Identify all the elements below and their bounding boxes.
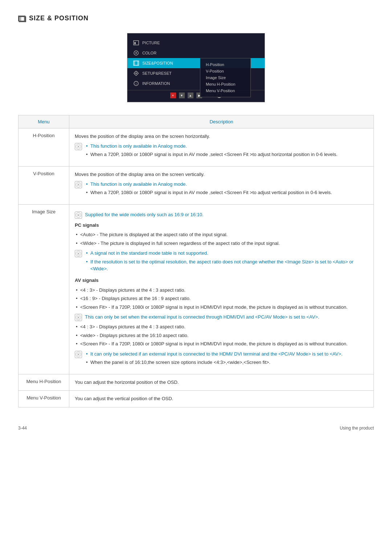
table-row-v-position: V-Position Moves the position of the dis… xyxy=(19,166,374,204)
pc-signals-label: PC signals xyxy=(75,222,368,229)
osd-menu-picture: PICTURE xyxy=(127,38,265,48)
note-icon-6 xyxy=(75,351,82,358)
note2-b1: A signal not in the standard mode table … xyxy=(85,250,368,257)
note-icon-4 xyxy=(75,250,82,257)
av-signals-list2: <4 : 3> - Displays pictures at the 4 : 3… xyxy=(75,323,368,348)
osd-color-icon xyxy=(133,50,139,56)
h-pos-intro: Moves the position of the display area o… xyxy=(75,133,368,140)
menu-cell-menu-v: Menu V-Position xyxy=(19,391,69,407)
osd-menu-color: COLOR xyxy=(127,48,265,58)
menu-cell-h-position: H-Position xyxy=(19,128,69,167)
osd-color-label: COLOR xyxy=(142,51,179,55)
osd-picture-icon xyxy=(133,40,139,46)
h-pos-note-row: This function is only available in Analo… xyxy=(75,143,368,160)
av2-bullet-2: <wide> - Displays pictures at the 16:10 … xyxy=(75,332,368,339)
page-header: SIZE & POSITION xyxy=(18,15,374,22)
osd-size-label: SIZE&POSITION xyxy=(142,61,179,65)
table-row-menu-h: Menu H-Position You can adjust the horiz… xyxy=(19,374,374,391)
menu-cell-image-size: Image Size xyxy=(19,204,69,374)
pc-bullet-2: <Wide> - The picture is displayed in ful… xyxy=(75,240,368,247)
page-title: SIZE & POSITION xyxy=(29,15,89,22)
osd-sub-image-size: Image Size xyxy=(206,74,245,81)
pc-signals-list: <Auto> - The picture is displayed at the… xyxy=(75,231,368,247)
desc-cell-v-position: Moves the position of the display area o… xyxy=(69,166,374,204)
osd-setup-label: SETUP&RESET xyxy=(142,71,179,75)
svg-rect-4 xyxy=(134,42,136,44)
image-size-note1: Supplied for the wide models only such a… xyxy=(85,211,204,219)
h-pos-analog: This function is only available in Analo… xyxy=(85,143,338,150)
image-size-note2-row: A signal not in the standard mode table … xyxy=(75,250,368,274)
svg-point-6 xyxy=(135,52,137,54)
table-row-h-position: H-Position Moves the position of the dis… xyxy=(19,128,374,167)
osd-info-label: INFORMATION xyxy=(142,81,179,86)
note4-b1: It can only be selected if an external i… xyxy=(85,350,343,358)
image-size-note4-row: It can only be selected if an external i… xyxy=(75,350,368,368)
table-row-menu-v: Menu V-Position You can adjust the verti… xyxy=(19,391,374,407)
svg-rect-0 xyxy=(19,17,26,22)
pc-bullet-1: <Auto> - The picture is displayed at the… xyxy=(75,231,368,238)
desc-cell-menu-h: You can adjust the horizontal position o… xyxy=(69,374,374,391)
col-menu: Menu xyxy=(19,115,69,128)
note-icon-3 xyxy=(75,212,82,219)
osd-setup-icon xyxy=(133,70,139,77)
osd-menu-size-position: SIZE&POSITION H-Position V-Position Imag… xyxy=(127,58,265,68)
v-pos-analog: This function is only available in Analo… xyxy=(85,181,332,188)
note4-b2: When the panel is of 16:10,the screen si… xyxy=(85,359,343,366)
h-pos-bullets: This function is only available in Analo… xyxy=(85,143,338,160)
footer-section: Using the product xyxy=(340,426,374,431)
note2-list: A signal not in the standard mode table … xyxy=(85,250,368,274)
av-bullet-1: <4 : 3> - Displays pictures at the 4 : 3… xyxy=(75,287,368,294)
av2-bullet-3: <Screen Fit> - If a 720P, 1080i or 1080P… xyxy=(75,340,368,348)
osd-sub-v-position: V-Position xyxy=(206,68,245,74)
av-signals-list: <4 : 3> - Displays pictures at the 4 : 3… xyxy=(75,287,368,311)
v-pos-av-note: When a 720P, 1080i or 1080P signal is in… xyxy=(85,189,332,196)
av-bullet-2: <16 : 9> - Displays pictures at the 16 :… xyxy=(75,295,368,302)
av-signals-label: AV signals xyxy=(75,277,368,284)
osd-btn-enter: ▲ xyxy=(188,93,193,98)
av-bullet-3: <Screen Fit> - If a 720P, 1080i or 1080P… xyxy=(75,304,368,311)
note-icon-2 xyxy=(75,181,82,188)
osd-btn-down: ▼ xyxy=(179,93,185,98)
osd-submenu: H-Position V-Position Image Size Menu H-… xyxy=(200,58,251,97)
note-icon-5 xyxy=(75,314,82,321)
svg-point-11 xyxy=(135,73,137,74)
v-pos-bullets: This function is only available in Analo… xyxy=(85,181,332,198)
v-pos-intro: Moves the position of the display area o… xyxy=(75,171,368,178)
osd-info-icon: i xyxy=(133,80,139,87)
desc-cell-menu-v: You can adjust the vertical position of … xyxy=(69,391,374,407)
main-table: Menu Description H-Position Moves the po… xyxy=(18,115,374,407)
image-size-note3: This can only be set when the external i… xyxy=(85,313,319,321)
footer: 3-44 Using the product xyxy=(18,422,374,431)
menu-cell-v-position: V-Position xyxy=(19,166,69,204)
v-pos-note-row: This function is only available in Analo… xyxy=(75,181,368,198)
osd-btn-x: ✕ xyxy=(170,93,176,98)
desc-cell-h-position: Moves the position of the display area o… xyxy=(69,128,374,167)
table-row-image-size: Image Size Supplied for the wide models … xyxy=(19,204,374,374)
osd-picture-label: PICTURE xyxy=(142,41,179,45)
svg-text:i: i xyxy=(136,82,136,86)
image-size-note1-row: Supplied for the wide models only such a… xyxy=(75,211,368,219)
note4-list: It can only be selected if an external i… xyxy=(85,350,343,368)
av2-bullet-1: <4 : 3> - Displays pictures at the 4 : 3… xyxy=(75,323,368,331)
note-icon-1 xyxy=(75,143,82,150)
osd-sub-menu-h: Menu H-Position xyxy=(206,81,245,87)
footer-page-number: 3-44 xyxy=(18,426,27,431)
osd-screenshot: PICTURE COLOR SIZE&POSITION H-Position V… xyxy=(18,33,374,102)
menu-cell-menu-h: Menu H-Position xyxy=(19,374,69,391)
image-size-note3-row: This can only be set when the external i… xyxy=(75,313,368,321)
size-position-icon xyxy=(18,16,25,21)
svg-rect-7 xyxy=(134,61,139,65)
osd-sub-menu-v: Menu V-Position xyxy=(206,87,245,94)
osd-box: PICTURE COLOR SIZE&POSITION H-Position V… xyxy=(127,33,265,102)
note2-b2: If the resolution is set to the optimal … xyxy=(85,258,368,272)
osd-sub-h-position: H-Position xyxy=(206,61,245,68)
desc-cell-image-size: Supplied for the wide models only such a… xyxy=(69,204,374,374)
h-pos-av-note: When a 720P, 1080i or 1080P signal is in… xyxy=(85,151,338,158)
osd-size-icon xyxy=(133,60,139,66)
col-desc: Description xyxy=(69,115,374,128)
